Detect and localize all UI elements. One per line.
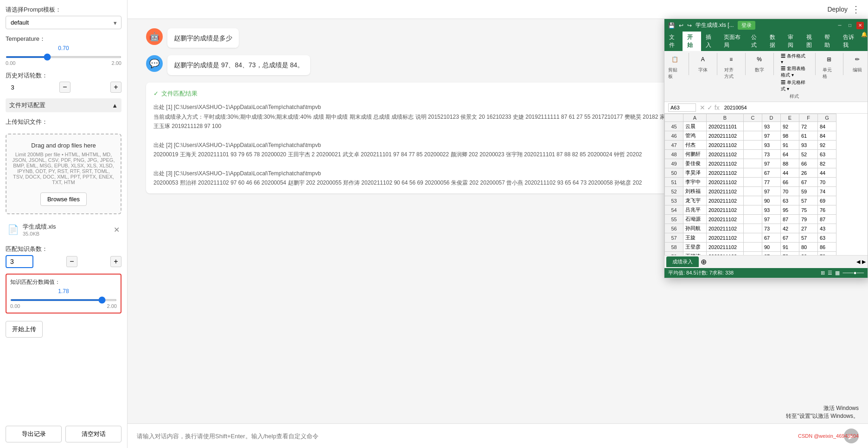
col-header-a: A <box>683 114 707 122</box>
cell-data: 2020211102 <box>707 252 744 256</box>
file-info: 学生成绩.xls 35.0KB <box>23 223 110 237</box>
clear-button[interactable]: 清空对话 <box>65 426 121 442</box>
status-sum: 求和: 338 <box>712 269 734 276</box>
cells-button[interactable]: ⊞ <box>823 53 836 66</box>
page-view-icon[interactable]: ▦ <box>835 270 840 276</box>
excel-window: 💾 ↩ ↪ 学生成绩.xls [... 登录 ─ □ ✕ 文件 开始 插入 页面… <box>664 19 868 278</box>
cell-data <box>744 131 762 141</box>
temperature-min: 0.00 <box>6 60 15 66</box>
cell-data: 98 <box>781 131 799 141</box>
cell-data <box>744 233 762 243</box>
grid-view-icon[interactable]: ⊞ <box>821 270 825 276</box>
close-icon[interactable]: ✕ <box>856 22 864 29</box>
assistant-message-bubble: 赵鹏宇的成绩是 97、84、73，总成绩是 84。 <box>167 55 310 75</box>
number-button[interactable]: % <box>753 53 766 66</box>
history-minus-btn[interactable]: − <box>59 82 70 93</box>
cell-data: 67 <box>762 233 781 243</box>
cell-data: 90 <box>762 243 781 252</box>
cell-data <box>744 215 762 224</box>
row-view-icon[interactable]: ☰ <box>828 270 832 276</box>
cell-data: 77 <box>762 178 781 187</box>
cell-data: 74 <box>818 187 836 196</box>
align-button[interactable]: ≡ <box>725 53 738 66</box>
excel-grid[interactable]: A B C D E F G 45云晨20202111019392728446管鸿… <box>664 114 868 255</box>
maximize-icon[interactable]: □ <box>846 22 854 29</box>
tab-tell-me[interactable]: 告诉我 <box>838 32 861 51</box>
login-btn[interactable]: 登录 <box>738 21 755 30</box>
paste-button[interactable]: 📋 <box>668 53 681 66</box>
tab-page-layout[interactable]: 页面布局 <box>719 32 747 51</box>
excel-ribbon: 文件 开始 插入 页面布局 公式 数据 审阅 视图 帮助 告诉我 🔔 <box>664 32 868 51</box>
cell-data: 88 <box>781 159 799 168</box>
cell-reference-input[interactable] <box>668 103 696 112</box>
cell-style-btn[interactable]: ☰ 单元格样式 ▾ <box>781 79 807 92</box>
checkmark-icon: ✓ <box>153 88 159 99</box>
zoom-slider[interactable]: ───●── <box>842 270 864 276</box>
font-group: A 字体 <box>696 53 709 73</box>
export-button[interactable]: 导出记录 <box>6 426 62 442</box>
excel-grid-container: A B C D E F G 45云晨20202111019392728446管鸿… <box>664 114 868 268</box>
excel-title: 学生成绩.xls [... <box>696 21 734 29</box>
tab-review[interactable]: 审阅 <box>783 32 801 51</box>
scroll-right-icon[interactable]: ▶ <box>862 259 866 265</box>
tab-view[interactable]: 视图 <box>802 32 820 51</box>
edit-button[interactable]: ✏ <box>851 53 864 66</box>
more-icon[interactable]: ⋮ <box>851 4 861 15</box>
tab-insert[interactable]: 插入 <box>701 32 719 51</box>
history-plus-btn[interactable]: + <box>110 82 121 93</box>
cell-data: 79 <box>799 215 818 224</box>
minimize-icon[interactable]: ─ <box>836 22 843 29</box>
cell-name: 王瑞涛 <box>683 252 707 256</box>
row-number: 46 <box>665 131 683 141</box>
cell-data: 63 <box>781 196 799 205</box>
deploy-button[interactable]: Deploy <box>827 6 848 13</box>
prompt-select[interactable]: default <box>6 16 121 29</box>
table-format-btn[interactable]: ☰ 套用表格格式 ▾ <box>781 65 807 78</box>
prompt-section: 请选择Prompt模板： default ▾ <box>6 6 121 29</box>
scroll-left-icon[interactable]: ◀ <box>856 259 860 265</box>
top-bar: Deploy ⋮ <box>128 0 868 19</box>
cell-data: 97 <box>762 131 781 141</box>
cell-name: 李昊泽 <box>683 168 707 178</box>
match-count-input[interactable] <box>6 255 33 268</box>
tab-formula[interactable]: 公式 <box>747 32 765 51</box>
match-count-label: 匹配知识条数： <box>6 245 121 253</box>
table-row: 59王瑞涛202021110287733072 <box>665 252 836 256</box>
tab-file[interactable]: 文件 <box>664 32 683 51</box>
match-count-plus-btn[interactable]: + <box>110 256 121 267</box>
table-row: 48何鹏轩202021110273645263 <box>665 150 836 159</box>
cell-data: 95 <box>781 205 799 215</box>
threshold-slider[interactable] <box>10 299 117 301</box>
sheet-tab-grades[interactable]: 成绩录入 <box>666 256 699 267</box>
add-sheet-icon[interactable]: ⊕ <box>701 257 707 266</box>
tab-home[interactable]: 开始 <box>683 32 701 51</box>
undo-icon: ↩ <box>679 22 683 29</box>
font-button[interactable]: A <box>696 53 709 66</box>
row-number: 47 <box>665 141 683 150</box>
row-number: 55 <box>665 215 683 224</box>
cell-data: 70 <box>781 187 799 196</box>
match-count-minus-btn[interactable]: − <box>66 256 77 267</box>
formula-input[interactable] <box>723 104 864 111</box>
history-row: 3 − + <box>6 82 121 93</box>
prompt-label: 请选择Prompt模板： <box>6 6 121 14</box>
drop-zone[interactable]: Drag and drop files here Limit 200MB per… <box>6 134 121 214</box>
conditional-format-btn[interactable]: ☰ 条件格式 ▾ <box>781 53 807 64</box>
cell-data <box>744 141 762 150</box>
temperature-bounds: 0.00 2.00 <box>6 60 121 66</box>
cell-data: 2020211102 <box>707 243 744 252</box>
file-icon: 📄 <box>7 224 19 235</box>
cell-name: 李宇中 <box>683 178 707 187</box>
tab-help[interactable]: 帮助 <box>820 32 838 51</box>
cell-data: 2020211102 <box>707 178 744 187</box>
cell-data: 44 <box>818 168 836 178</box>
file-remove-icon[interactable]: ✕ <box>114 225 120 234</box>
chat-input[interactable] <box>137 433 839 440</box>
cell-name: 吕兆平 <box>683 205 707 215</box>
upload-button[interactable]: 开始上传 <box>6 321 43 338</box>
file-section-header[interactable]: 文件对话配置 ▲ <box>6 98 121 112</box>
tab-data[interactable]: 数据 <box>765 32 783 51</box>
temperature-slider[interactable] <box>6 56 121 58</box>
share-icon: 🔔 <box>861 32 868 51</box>
browse-files-button[interactable]: Browse files <box>40 192 87 206</box>
